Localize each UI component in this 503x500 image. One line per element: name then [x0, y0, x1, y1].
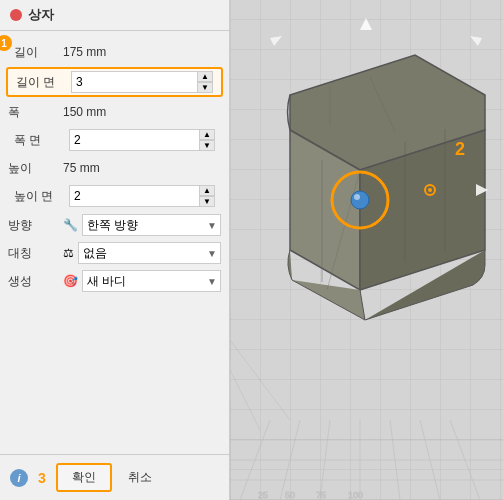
- length-row: 1 길이 175 mm: [0, 39, 229, 65]
- generate-label: 생성: [8, 273, 63, 290]
- svg-marker-34: [270, 36, 282, 46]
- width-faces-spinner[interactable]: ▲ ▼: [69, 129, 215, 151]
- svg-point-26: [351, 191, 369, 209]
- height-label: 높이: [8, 160, 63, 177]
- length-value: 175 mm: [63, 45, 221, 59]
- svg-point-27: [354, 194, 360, 200]
- svg-line-16: [230, 370, 260, 430]
- direction-select[interactable]: 한쪽 방향 양쪽 방향: [82, 214, 221, 236]
- direction-icon: 🔧: [63, 218, 78, 232]
- panel-title-bar: 상자: [0, 0, 229, 31]
- close-button[interactable]: [10, 9, 22, 21]
- svg-text:100: 100: [348, 490, 363, 500]
- svg-text:25: 25: [258, 490, 268, 500]
- height-faces-spinner[interactable]: ▲ ▼: [69, 185, 215, 207]
- width-faces-label: 폭 면: [14, 132, 69, 149]
- svg-point-29: [428, 188, 432, 192]
- length-faces-down[interactable]: ▼: [197, 82, 213, 93]
- height-faces-label: 높이 면: [14, 188, 69, 205]
- height-faces-up[interactable]: ▲: [199, 185, 215, 196]
- length-label: 길이: [8, 44, 63, 61]
- step3-badge: 3: [38, 470, 46, 486]
- length-faces-row: 길이 면 ▲ ▼: [6, 67, 223, 97]
- width-faces-input[interactable]: [69, 129, 215, 151]
- cancel-button[interactable]: 취소: [122, 465, 158, 490]
- svg-text:75: 75: [316, 490, 326, 500]
- width-faces-row: 폭 면 ▲ ▼: [6, 127, 223, 153]
- viewport-scene: 25 50 75 100: [230, 0, 503, 500]
- svg-text:50: 50: [285, 490, 295, 500]
- width-faces-up[interactable]: ▲: [199, 129, 215, 140]
- svg-text:2: 2: [455, 139, 465, 159]
- symmetry-icon: ⚖: [63, 246, 74, 260]
- width-value: 150 mm: [63, 105, 221, 119]
- direction-dropdown-wrap[interactable]: 🔧 한쪽 방향 양쪽 방향 ▼: [63, 214, 221, 236]
- symmetry-row: 대칭 ⚖ 없음 X축 Y축 ▼: [0, 239, 229, 267]
- panel-footer: i 3 확인 취소: [0, 454, 229, 500]
- svg-line-17: [230, 340, 290, 420]
- width-faces-down[interactable]: ▼: [199, 140, 215, 151]
- width-faces-spinner-btns[interactable]: ▲ ▼: [199, 129, 215, 151]
- generate-dropdown-wrap[interactable]: 🎯 새 바디 결합 ▼: [63, 270, 221, 292]
- width-row: 폭 150 mm: [0, 99, 229, 125]
- generate-select[interactable]: 새 바디 결합: [82, 270, 221, 292]
- length-faces-up[interactable]: ▲: [197, 71, 213, 82]
- symmetry-dropdown-wrap[interactable]: ⚖ 없음 X축 Y축 ▼: [63, 242, 221, 264]
- svg-marker-31: [360, 18, 372, 30]
- height-faces-input[interactable]: [69, 185, 215, 207]
- direction-row: 방향 🔧 한쪽 방향 양쪽 방향 ▼: [0, 211, 229, 239]
- svg-marker-33: [470, 36, 482, 46]
- symmetry-label: 대칭: [8, 245, 63, 262]
- height-faces-row: 높이 면 ▲ ▼: [6, 183, 223, 209]
- height-faces-down[interactable]: ▼: [199, 196, 215, 207]
- direction-label: 방향: [8, 217, 63, 234]
- info-icon: i: [10, 469, 28, 487]
- height-value: 75 mm: [63, 161, 221, 175]
- length-faces-input[interactable]: [71, 71, 213, 93]
- viewport[interactable]: 25 50 75 100: [230, 0, 503, 500]
- height-row: 높이 75 mm: [0, 155, 229, 181]
- left-panel: 상자 1 길이 175 mm 길이 면 ▲ ▼ 폭 150 mm: [0, 0, 230, 500]
- height-faces-spinner-btns[interactable]: ▲ ▼: [199, 185, 215, 207]
- width-label: 폭: [8, 104, 63, 121]
- generate-row: 생성 🎯 새 바디 결합 ▼: [0, 267, 229, 295]
- generate-icon: 🎯: [63, 274, 78, 288]
- symmetry-select[interactable]: 없음 X축 Y축: [78, 242, 221, 264]
- panel-body: 1 길이 175 mm 길이 면 ▲ ▼ 폭 150 mm 폭 면: [0, 31, 229, 454]
- confirm-button[interactable]: 확인: [56, 463, 112, 492]
- panel-title: 상자: [28, 6, 54, 24]
- length-faces-spinner[interactable]: ▲ ▼: [71, 71, 213, 93]
- length-faces-label: 길이 면: [16, 74, 71, 91]
- length-faces-spinner-btns[interactable]: ▲ ▼: [197, 71, 213, 93]
